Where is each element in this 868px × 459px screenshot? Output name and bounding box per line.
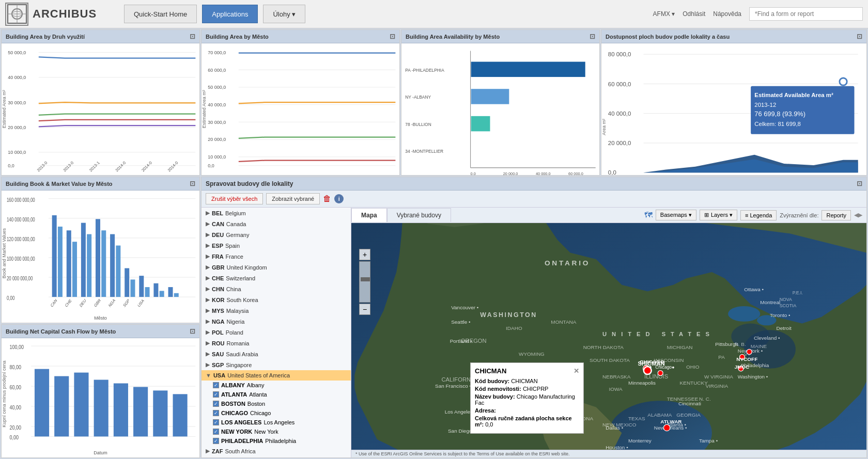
tree-item-pol[interactable]: ▶ POL Poland [202,327,351,338]
albany-checkbox[interactable]: ✓ [213,382,219,388]
tree-item-che[interactable]: ▶ CHE Switzerland [202,273,351,283]
tree-child-newyork[interactable]: ✓ NEW YORK New York [202,427,351,436]
tab-mapa[interactable]: Mapa [351,208,387,222]
napoveda-link[interactable]: Nápověda [713,10,741,18]
legenda-btn[interactable]: ≡ Legenda [740,210,777,220]
tree-child-atlanta[interactable]: ✓ ATLANTA Atlanta [202,390,351,399]
tree-item-nga[interactable]: ▶ NGA Nigeria [202,316,351,327]
svg-text:WASHINGTON: WASHINGTON [480,311,537,319]
basemaps-btn[interactable]: Basemaps ▾ [656,210,696,220]
tree-item-fra[interactable]: ▶ FRA France [202,251,351,262]
tree-item-rou[interactable]: ▶ ROU Romania [202,338,351,349]
popup-field-plocha: Celková ručně zadaná plocha sekce m²: 0,… [475,415,579,428]
tab-vybrane[interactable]: Vybrané budovy [387,208,451,222]
quickstart-nav-btn[interactable]: Quick-Start Home [124,5,197,23]
tree-child-albany[interactable]: ✓ ALBANY Albany [202,381,351,390]
svg-text:2014-0: 2014-0 [167,160,179,172]
manage-expand-icon[interactable]: ⊡ [857,180,862,187]
svg-point-64 [840,78,847,85]
chart5-body: Book and Market Values 160 000 000,00 14… [2,191,199,315]
svg-point-207 [663,424,670,431]
tree-child-boston[interactable]: ✓ BOSTON Boston [202,399,351,408]
svg-text:Minneapolis: Minneapolis [628,380,656,386]
map-tab-bar: Mapa Vybrané budovy [351,208,451,222]
tree-item-usa[interactable]: ▼ USA United States of America [202,370,351,381]
zoom-handle[interactable] [361,277,370,281]
svg-point-132 [728,306,760,322]
svg-text:120 000 000,00: 120 000 000,00 [7,236,35,242]
svg-text:SGP: SGP [122,298,131,308]
reporty-btn[interactable]: Reporty [822,210,851,220]
svg-text:P.E.I.: P.E.I. [793,290,803,295]
tree-child-chicago[interactable]: ✓ CHICAGO Chicago [202,408,351,418]
zoom-out-btn[interactable]: − [359,304,370,315]
afmx-dropdown[interactable]: AFMX ▾ [653,10,675,18]
tree-item-zaf[interactable]: ▶ ZAF South Africa [202,446,351,456]
chart7-ylabel: Kupní cena minus prodejní cena [2,340,7,448]
popup-close-btn[interactable]: ✕ [574,367,579,375]
show-selected-btn[interactable]: Zobrazit vybrané [266,193,320,204]
svg-rect-95 [145,287,150,297]
chart1-expand-icon[interactable]: ⊡ [190,33,195,40]
svg-text:VIRGINIA: VIRGINIA [705,383,728,389]
top-right-area: AFMX ▾ Odhlásit Nápověda [653,7,863,21]
popup-field-nazev: Název budovy: Chicago Manufacturing Fac [475,393,579,406]
tree-item-chn[interactable]: ▶ CHN China [202,283,351,294]
svg-text:0,00: 0,00 [7,295,14,301]
layers-btn[interactable]: ⊞ Layers ▾ [700,210,737,220]
svg-text:2014-0: 2014-0 [115,160,127,172]
tree-item-mys[interactable]: ▶ MYS Malaysia [202,305,351,316]
map-scrollbar-right[interactable]: ◀▶ [854,212,862,218]
chart-mesto-area-title: Building Area by Město ⊡ [202,30,399,43]
map-area[interactable]: ONTARIO WASHINGTON OREGON CALIFORNIA IDA… [351,223,866,450]
tree-item-bel[interactable]: ▶ BEL Belgium [202,208,351,218]
svg-rect-82 [52,215,57,297]
svg-text:40 000,0: 40 000,0 [8,75,26,80]
info-icon[interactable]: i [334,194,344,203]
boston-checkbox[interactable]: ✓ [213,401,219,407]
tree-item-kor[interactable]: ▶ KOR South Korea [202,294,351,305]
newyork-checkbox[interactable]: ✓ [213,429,219,435]
chart2-expand-icon[interactable]: ⊡ [390,33,395,40]
chart3-expand-icon[interactable]: ⊡ [590,33,595,40]
svg-text:NEBRASKA: NEBRASKA [602,374,631,379]
chart7-xlabel: Datum [2,450,199,457]
svg-text:40 000,0: 40 000,0 [208,102,226,107]
chart7-expand-icon[interactable]: ⊡ [190,327,195,335]
svg-text:NORTH DAKOTA: NORTH DAKOTA [583,344,624,350]
atlanta-checkbox[interactable]: ✓ [213,391,219,398]
tree-child-philadelphia[interactable]: ✓ PHILADELPHIA Philadelphia [202,436,351,446]
chart1-xlabel: Datum [2,175,199,176]
tree-item-sau[interactable]: ▶ SAU Saudi Arabia [202,349,351,359]
svg-rect-126 [173,394,188,437]
chart4-expand-icon[interactable]: ⊡ [857,33,862,40]
odhlasit-link[interactable]: Odhlásit [683,10,705,18]
svg-text:2014-0: 2014-0 [141,160,153,172]
search-input[interactable] [749,7,863,21]
delete-icon[interactable]: 🗑 [323,194,331,203]
tree-item-can[interactable]: ▶ CAN Canada [202,218,351,229]
zoom-slider[interactable] [359,261,370,303]
tree-item-esp[interactable]: ▶ ESP Spain [202,240,351,251]
svg-text:Montreal: Montreal [760,299,780,305]
tree-item-sgp[interactable]: ▶ SGP Singapore [202,359,351,370]
svg-text:80,00: 80,00 [10,364,22,370]
chart-availability-title: Building Area Availability by Město ⊡ [401,30,599,43]
zoom-in-btn[interactable]: + [359,249,370,260]
svg-text:GBR: GBR [94,297,102,308]
svg-rect-91 [116,246,120,297]
ulohy-nav-btn[interactable]: Úlohy ▾ [263,5,305,23]
cancel-selection-btn[interactable]: Zrušit výběr všech [206,193,263,204]
tree-item-deu[interactable]: ▶ DEU Germany [202,229,351,240]
losangeles-checkbox[interactable]: ✓ [213,419,219,425]
svg-text:Seattle •: Seattle • [451,319,471,325]
svg-text:USA: USA [137,298,145,309]
chart-druh-title: Building Area by Druh využití ⊡ [2,30,199,43]
chart5-expand-icon[interactable]: ⊡ [190,180,195,187]
popup-field-kod-nem: Kód nemovitosti: CHICPRP [475,386,579,392]
tree-item-gbr[interactable]: ▶ GBR United Kingdom [202,262,351,273]
chicago-checkbox[interactable]: ✓ [213,410,219,416]
philadelphia-checkbox[interactable]: ✓ [213,438,219,444]
applications-nav-btn[interactable]: Applications [202,5,258,23]
tree-child-losangeles[interactable]: ✓ LOS ANGELES Los Angeles [202,418,351,427]
